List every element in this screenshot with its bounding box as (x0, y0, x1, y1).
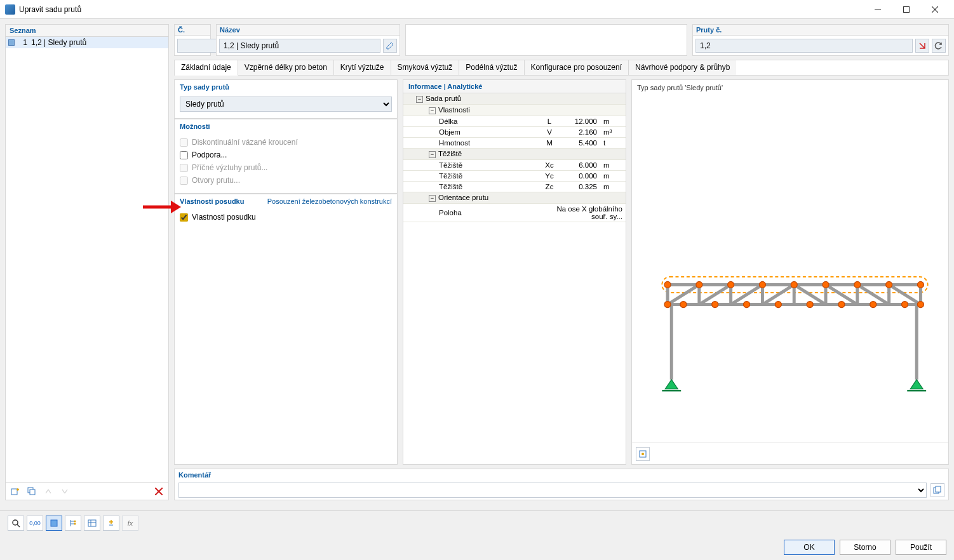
option-label: Příčné výztuhy prutů (192, 163, 267, 172)
svg-point-40 (886, 281, 892, 288)
svg-point-44 (744, 302, 750, 308)
option-row[interactable]: Podpora (180, 149, 392, 161)
option-label: Otvory prutu (192, 176, 240, 185)
tab-longitudinal[interactable]: Podélná výztuž (459, 60, 524, 76)
tool-units-button[interactable]: 0,00 (27, 516, 43, 531)
svg-point-34 (696, 281, 702, 288)
svg-rect-70 (88, 520, 96, 526)
tab-supports[interactable]: Návrhové podpory & průhyb (629, 60, 736, 76)
tabs: Základní údaje Vzpěrné délky pro beton K… (174, 60, 949, 76)
option-row: Diskontinuální vázané kroucení (180, 136, 392, 149)
option-checkbox[interactable] (180, 151, 188, 159)
tool-model-button[interactable] (46, 516, 62, 531)
collapse-icon[interactable]: − (429, 107, 436, 114)
svg-point-39 (854, 281, 861, 288)
revert-members-button[interactable] (932, 39, 946, 53)
svg-rect-64 (51, 520, 57, 526)
viz-title: Typ sady prutů 'Sledy prutů' (632, 80, 948, 95)
minimize-button[interactable] (863, 0, 892, 19)
pick-members-button[interactable] (915, 39, 929, 53)
type-select[interactable]: Sledy prutů (180, 97, 392, 112)
ok-button[interactable]: OK (784, 540, 835, 555)
svg-line-63 (17, 524, 20, 527)
svg-point-69 (74, 523, 76, 524)
collapse-icon[interactable]: − (416, 96, 423, 103)
members-input[interactable] (695, 39, 913, 53)
list-item-label: 1,2 | Sledy prutů (31, 38, 86, 47)
viz-settings-button[interactable] (636, 447, 650, 461)
copy-item-button[interactable] (25, 484, 39, 498)
right-panel: Č. Název Pruty č. (174, 24, 949, 500)
info-header: Informace | Analytické (403, 80, 626, 93)
list-header: Seznam (6, 25, 168, 37)
list-panel: Seznam 1 1,2 | Sledy prutů (5, 24, 169, 500)
number-box: Č. (174, 24, 211, 56)
svg-rect-4 (11, 489, 17, 495)
tool-search-button[interactable] (8, 516, 24, 531)
option-checkbox (180, 164, 188, 172)
info-panel: Informace | Analytické −Sada prutů −Vlas… (403, 79, 626, 465)
svg-point-42 (680, 302, 687, 308)
svg-rect-1 (903, 6, 909, 12)
svg-point-37 (791, 281, 797, 288)
tab-cover[interactable]: Krytí výztuže (334, 60, 391, 76)
svg-marker-52 (665, 380, 678, 389)
sort-up-button[interactable] (41, 484, 55, 498)
tool-table-button[interactable] (84, 516, 100, 531)
collapse-icon[interactable]: − (429, 195, 436, 202)
comment-select[interactable] (178, 483, 927, 498)
tab-config[interactable]: Konfigurace pro posouzení (525, 60, 629, 76)
button-bar: OK Storno Použít (0, 535, 954, 560)
sort-down-button[interactable] (58, 484, 72, 498)
design-link[interactable]: Posouzení železobetonových konstrukcí (267, 197, 392, 205)
maximize-button[interactable] (892, 0, 920, 19)
new-item-button[interactable] (8, 484, 22, 498)
tool-fx-button[interactable]: fx (122, 516, 138, 531)
design-title: Vlastnosti posudku (180, 197, 244, 205)
option-row: Příčné výztuhy prutů (180, 161, 392, 174)
name-input[interactable] (219, 39, 380, 53)
window-title: Upravit sadu prutů (19, 5, 863, 14)
delete-item-button[interactable] (152, 484, 166, 498)
close-button[interactable] (920, 0, 949, 19)
list-item-num: 1 (18, 38, 27, 47)
svg-point-48 (870, 302, 877, 308)
comment-library-button[interactable] (930, 483, 944, 497)
viz-canvas[interactable] (632, 95, 948, 443)
cancel-button[interactable]: Storno (840, 540, 890, 555)
tool-tree-button[interactable] (65, 516, 81, 531)
tab-buckling[interactable]: Vzpěrné délky pro beton (238, 60, 334, 76)
list-item[interactable]: 1 1,2 | Sledy prutů (6, 37, 168, 48)
svg-point-33 (664, 281, 671, 288)
svg-point-68 (74, 520, 76, 522)
design-check-row[interactable]: Vlastnosti posudku (180, 211, 392, 223)
edit-name-button[interactable] (383, 39, 397, 53)
options-title: Možnosti (175, 119, 397, 133)
viz-toolbar (632, 443, 948, 464)
option-label: Diskontinuální vázané kroucení (192, 138, 298, 147)
apply-button[interactable]: Použít (896, 540, 946, 555)
svg-point-45 (775, 302, 781, 308)
collapse-icon[interactable]: − (429, 151, 436, 158)
svg-point-38 (823, 281, 829, 288)
svg-point-35 (728, 281, 734, 288)
tool-pick-button[interactable] (103, 516, 119, 531)
svg-point-43 (712, 302, 718, 308)
svg-point-57 (642, 453, 644, 455)
type-title: Typ sady prutů (175, 80, 397, 94)
list-body[interactable]: 1 1,2 | Sledy prutů (6, 37, 168, 482)
tab-shear[interactable]: Smyková výztuž (391, 60, 460, 76)
design-check-label: Vlastnosti posudku (192, 213, 256, 222)
svg-point-62 (13, 520, 18, 525)
svg-point-49 (902, 302, 908, 308)
titlebar: Upravit sadu prutů (0, 0, 954, 19)
svg-rect-8 (30, 490, 35, 495)
viz-panel: Typ sady prutů 'Sledy prutů' (631, 79, 949, 465)
svg-rect-59 (936, 486, 941, 492)
comment-header: Komentář (175, 469, 948, 481)
name-header: Název (217, 25, 400, 36)
option-checkbox (180, 138, 188, 147)
members-header: Pruty č. (693, 25, 948, 36)
tab-basic[interactable]: Základní údaje (175, 60, 238, 76)
design-checkbox[interactable] (180, 213, 188, 222)
